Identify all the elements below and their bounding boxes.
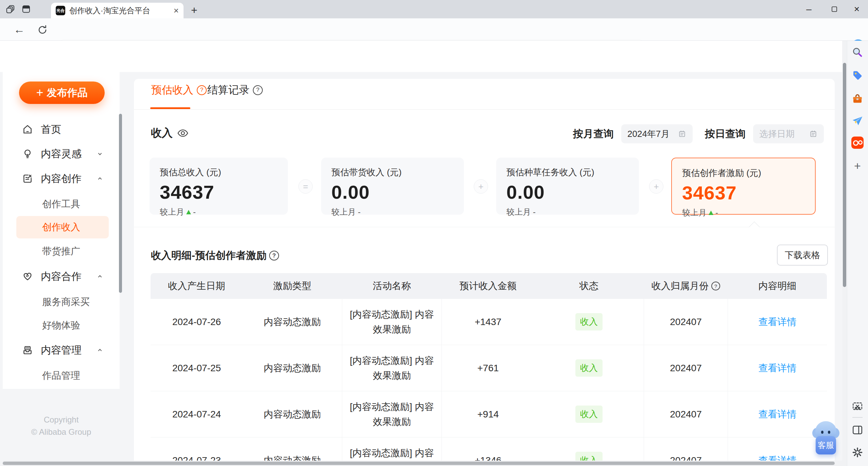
calendar-icon <box>678 129 687 138</box>
help-icon[interactable]: ? <box>253 85 263 95</box>
sidebar-scrollbar[interactable] <box>119 114 122 293</box>
col-header-detail: 内容明细 <box>728 273 827 299</box>
col-header-activity: 活动名称 <box>342 273 442 299</box>
edit-doc-icon <box>22 173 33 184</box>
date-picker[interactable]: 选择日期 <box>753 124 824 143</box>
calendar-icon <box>809 129 818 138</box>
sidebar: + 发布作品 首页 内容灵感 内容创作 <box>3 72 120 389</box>
up-trend-icon <box>709 211 713 215</box>
back-button[interactable]: ← <box>14 23 25 36</box>
copyright-line1: Copyright <box>3 415 120 425</box>
equals-operator: = <box>298 179 313 194</box>
detail-section-title: 收入明细-预估创作者激励 ? <box>151 249 279 263</box>
plus-icon: + <box>36 86 43 100</box>
sidebar-item-creation-tools[interactable]: 创作工具 <box>16 193 109 215</box>
stat-card-total-income[interactable]: 预估总收入 (元) 34637 较上月- <box>150 158 288 215</box>
sidebar-item-creation[interactable]: 内容创作 <box>3 167 120 191</box>
sidebar-item-home[interactable]: 首页 <box>3 118 120 141</box>
stat-card-creator-incentive[interactable]: 预估创作者激励 (元) 34637 较上月- <box>671 158 816 215</box>
customer-service-widget[interactable]: 客服 <box>813 420 839 457</box>
sidebar-item-creation-income[interactable]: 创作收入 <box>16 216 109 238</box>
col-header-status: 状态 <box>534 273 644 299</box>
settings-gear-icon[interactable] <box>851 446 864 459</box>
view-detail-link[interactable]: 查看详情 <box>759 454 797 461</box>
stat-card-task-income[interactable]: 预估种草任务收入 (元) 0.00 较上月- <box>496 158 639 215</box>
income-section-title: 收入 <box>151 126 173 141</box>
bulb-icon <box>22 148 33 160</box>
publish-button[interactable]: + 发布作品 <box>19 82 105 104</box>
view-detail-link[interactable]: 查看详情 <box>759 362 797 375</box>
tab-settlement-records[interactable]: 结算记录 ? <box>207 83 263 97</box>
refresh-button[interactable] <box>37 24 48 36</box>
stat-card-sales-income[interactable]: 预估带货收入 (元) 0.00 较上月- <box>321 158 464 215</box>
sidebar-item-management[interactable]: 内容管理 <box>3 338 120 362</box>
add-sidebar-item-icon[interactable]: + <box>851 160 864 172</box>
active-tab-underline <box>150 107 190 109</box>
sidebar-item-product-trial[interactable]: 好物体验 <box>16 314 109 337</box>
help-icon[interactable]: ? <box>711 282 720 290</box>
vertical-scrollbar-thumb[interactable] <box>843 63 846 287</box>
browser-tab[interactable]: 光合 创作收入·淘宝光合平台 × <box>51 3 184 18</box>
sidebar-item-cooperation[interactable]: 内容合作 <box>3 265 120 288</box>
view-detail-link[interactable]: 查看详情 <box>759 408 797 421</box>
sidebar-item-works-management[interactable]: 作品管理 <box>16 364 109 387</box>
selected-card-notch <box>749 221 760 233</box>
table-row: 2024-07-25 内容动态激励 [内容动态激励] 内容效果激励 +761 收… <box>151 345 827 391</box>
inbox-icon <box>22 344 33 356</box>
status-badge: 收入 <box>575 313 603 330</box>
month-query-label: 按月查询 <box>573 127 614 141</box>
chevron-up-icon <box>97 175 103 182</box>
horizontal-scrollbar-thumb[interactable] <box>3 462 835 465</box>
col-header-amount: 预计收入金额 <box>442 273 534 299</box>
site-header: 淘宝·光合平台 消息 创作者服务 <box>0 41 847 72</box>
search-icon[interactable] <box>851 46 864 58</box>
income-table: 收入产生日期 激励类型 活动名称 预计收入金额 状态 收入归属月份? 内容明细 … <box>151 273 827 461</box>
workspaces-icon[interactable] <box>21 4 31 14</box>
help-icon[interactable]: ? <box>197 85 207 95</box>
table-row: 2024-07-23 内容动态激励 [内容动态激励] 内容效果激励 +1346 … <box>151 437 827 461</box>
copyright-line2: © Alibaba Group <box>3 427 120 437</box>
table-row: 2024-07-24 内容动态激励 [内容动态激励] 内容效果激励 +914 收… <box>151 391 827 437</box>
col-header-type: 激励类型 <box>243 273 342 299</box>
window-minimize-button[interactable]: – <box>797 0 821 18</box>
screenshot-icon[interactable] <box>851 400 864 412</box>
download-table-button[interactable]: 下载表格 <box>777 245 828 266</box>
plus-operator: + <box>649 179 663 194</box>
view-detail-link[interactable]: 查看详情 <box>759 316 797 328</box>
new-tab-button[interactable]: + <box>191 4 197 17</box>
sidebar-item-inspiration[interactable]: 内容灵感 <box>3 142 120 166</box>
chevron-up-icon <box>97 347 103 354</box>
sidebar-item-service-purchase[interactable]: 服务商采买 <box>16 291 109 313</box>
chevron-down-icon <box>97 150 103 157</box>
tab-close-icon[interactable]: × <box>174 5 179 16</box>
month-picker-value: 2024年7月 <box>627 128 678 140</box>
main-panel: 预估收入 ? 结算记录 ? 收入 按月查询 2024年7月 按日查询 选择日期 <box>134 79 835 461</box>
date-picker-placeholder: 选择日期 <box>759 128 809 140</box>
shopping-tag-icon[interactable] <box>851 69 864 82</box>
customer-service-label: 客服 <box>816 436 836 454</box>
home-icon <box>22 124 33 135</box>
paper-plane-icon[interactable] <box>851 115 864 127</box>
window-close-button[interactable]: × <box>845 0 868 18</box>
day-query-label: 按日查询 <box>705 127 746 141</box>
plus-operator: + <box>474 179 488 194</box>
help-icon[interactable]: ? <box>269 251 279 261</box>
kuaishou-icon[interactable] <box>851 137 864 149</box>
tab-activity-icon[interactable] <box>5 4 16 14</box>
strip-divider <box>852 417 863 418</box>
tab-estimated-income[interactable]: 预估收入 ? <box>151 83 207 97</box>
eye-icon[interactable] <box>177 127 189 139</box>
site-favicon: 光合 <box>56 6 65 15</box>
browser-toolbar: ← https://creator.guanghe.taobao.com/pag… <box>0 18 868 41</box>
window-maximize-button[interactable] <box>822 0 846 18</box>
col-header-month: 收入归属月份? <box>644 273 728 299</box>
heart-hands-icon <box>22 271 33 282</box>
status-badge: 收入 <box>575 406 603 423</box>
toolbox-icon[interactable] <box>851 92 864 105</box>
table-row: 2024-07-26 内容动态激励 [内容动态激励] 内容效果激励 +1437 … <box>151 299 827 345</box>
divider <box>134 109 835 110</box>
sidebar-item-promotion[interactable]: 带货推广 <box>16 240 109 263</box>
month-picker[interactable]: 2024年7月 <box>621 124 693 143</box>
sidebar-panel-icon[interactable] <box>851 424 864 436</box>
tab-title: 创作收入·淘宝光合平台 <box>69 5 171 16</box>
